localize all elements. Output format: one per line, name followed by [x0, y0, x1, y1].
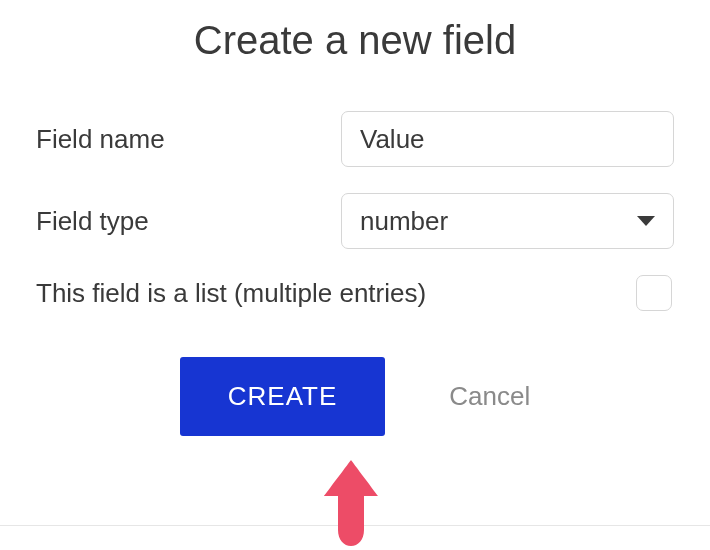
dialog-button-row: CREATE Cancel: [36, 357, 674, 436]
field-name-input-wrap: [341, 111, 674, 167]
field-type-selected-value: number: [360, 206, 448, 237]
list-checkbox-row: This field is a list (multiple entries): [36, 275, 674, 311]
list-checkbox-label: This field is a list (multiple entries): [36, 278, 636, 309]
field-type-select[interactable]: number: [341, 193, 674, 249]
chevron-down-icon: [637, 216, 655, 226]
create-field-dialog: Create a new field Field name Field type…: [0, 0, 710, 436]
field-name-input[interactable]: [341, 111, 674, 167]
field-name-label: Field name: [36, 124, 341, 155]
arrow-up-icon: [314, 458, 388, 548]
dialog-title: Create a new field: [36, 18, 674, 63]
field-type-row: Field type number: [36, 193, 674, 249]
create-button[interactable]: CREATE: [180, 357, 386, 436]
list-checkbox[interactable]: [636, 275, 672, 311]
field-type-select-wrap: number: [341, 193, 674, 249]
cancel-button[interactable]: Cancel: [449, 381, 530, 412]
field-name-row: Field name: [36, 111, 674, 167]
field-type-label: Field type: [36, 206, 341, 237]
bottom-divider: [0, 525, 710, 526]
